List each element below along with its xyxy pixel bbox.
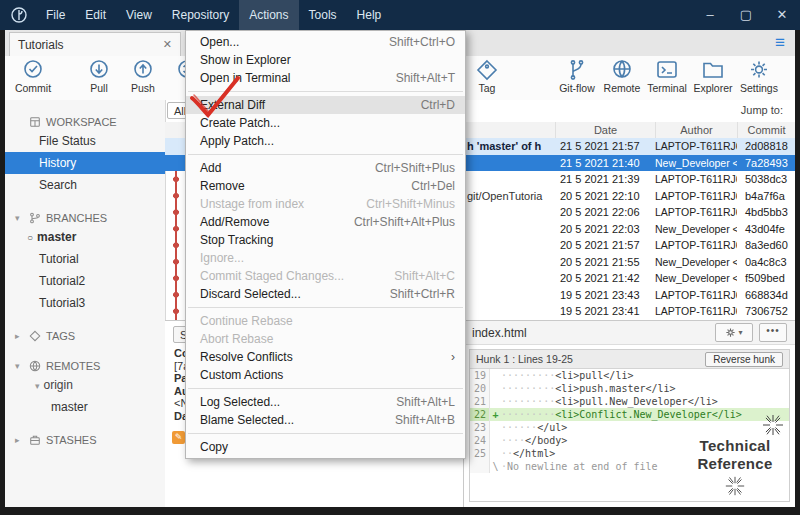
sidebar-item-search[interactable]: Search <box>5 174 165 196</box>
gitflow-icon <box>564 58 590 82</box>
sidebar-section-branches: ▾ BRANCHES ○master Tutorial Tutorial2 Tu… <box>5 210 165 314</box>
workspace-icon <box>29 116 41 128</box>
sidebar-branch-tutorial[interactable]: Tutorial <box>5 248 165 270</box>
caret-down-icon: ▾ <box>15 361 24 371</box>
settings-gear-icon <box>746 58 772 82</box>
branch-icon <box>29 212 41 224</box>
diff-line: 21·········<li>pull.New_Developer</li> <box>470 395 789 408</box>
toolbar-button-settings[interactable]: Settings <box>731 58 787 94</box>
actions-menu: Open...Shift+Ctrl+O Show in Explorer Ope… <box>185 30 466 459</box>
app-logo-icon <box>10 6 28 24</box>
sidebar-section-tags: ▸ TAGS <box>5 328 165 344</box>
remotes-icon <box>29 360 41 372</box>
menu-item-unstage-from-index: Unstage from indexCtrl+Shift+Minus <box>186 195 465 213</box>
menu-item-stop-tracking[interactable]: Stop Tracking <box>186 231 465 249</box>
menu-item-blame-selected[interactable]: Blame Selected...Shift+Alt+B <box>186 411 465 429</box>
remotes-header[interactable]: ▾ REMOTES <box>5 358 165 374</box>
caret-down-icon: ▾ <box>738 328 742 337</box>
window-content: Tutorials ✕ ≡ Commit Pull Push <box>5 30 795 507</box>
caret-down-icon: ▾ <box>35 381 40 391</box>
column-header-commit[interactable]: Commit <box>737 122 795 138</box>
menubar-file[interactable]: File <box>36 0 75 30</box>
menu-item-discard-selected[interactable]: Discard Selected...Shift+Ctrl+R <box>186 285 465 303</box>
column-header-author[interactable]: Author <box>655 122 737 138</box>
menubar-edit[interactable]: Edit <box>75 0 116 30</box>
sidebar-section-stashes: ▸ STASHES <box>5 432 165 448</box>
menu-item-add[interactable]: AddCtrl+Shift+Plus <box>186 159 465 177</box>
menubar-tools[interactable]: Tools <box>299 0 347 30</box>
menu-item-log-selected[interactable]: Log Selected...Shift+Alt+L <box>186 393 465 411</box>
sidebar-section-remotes: ▾ REMOTES ▾origin master <box>5 358 165 418</box>
hunk-title: Hunk 1 : Lines 19-25 <box>476 353 705 365</box>
sidebar-item-file-status[interactable]: File Status <box>5 130 165 152</box>
watermark: Technical Reference <box>683 413 787 497</box>
sidebar-remote-origin-master[interactable]: master <box>5 396 165 418</box>
menu-item-remove[interactable]: RemoveCtrl+Del <box>186 177 465 195</box>
edit-pencil-icon[interactable]: ✎ <box>172 431 185 444</box>
commit-icon <box>20 58 46 82</box>
menu-item-open[interactable]: Open...Shift+Ctrl+O <box>186 33 465 51</box>
menubar-repository[interactable]: Repository <box>162 0 239 30</box>
diff-header: index.html ▾ ••• <box>464 321 795 345</box>
menu-item-apply-patch[interactable]: Apply Patch... <box>186 132 465 150</box>
menubar-help[interactable]: Help <box>347 0 392 30</box>
tags-header[interactable]: ▸ TAGS <box>5 328 165 344</box>
push-icon <box>130 58 156 82</box>
column-header-date[interactable]: Date <box>555 122 655 138</box>
menu-item-create-patch[interactable]: Create Patch... <box>186 114 465 132</box>
gear-icon <box>725 327 736 338</box>
caret-right-icon: ▸ <box>15 435 24 445</box>
sidebar-branch-master[interactable]: ○master <box>5 226 165 248</box>
menu-item-show-in-explorer[interactable]: Show in Explorer <box>186 51 465 69</box>
minimize-button[interactable]: – <box>692 0 728 30</box>
diff-file-name: index.html <box>472 326 715 340</box>
tab-tutorials[interactable]: Tutorials ✕ <box>9 32 181 56</box>
caret-down-icon: ▾ <box>15 213 24 223</box>
workspace-header[interactable]: WORKSPACE <box>5 114 165 130</box>
menu-separator <box>188 91 463 92</box>
titlebar: File Edit View Repository Actions Tools … <box>0 0 800 30</box>
menu-item-external-diff[interactable]: External DiffCtrl+D <box>186 96 465 114</box>
sidebar-branch-tutorial3[interactable]: Tutorial3 <box>5 292 165 314</box>
menu-item-open-in-terminal[interactable]: Open in TerminalShift+Alt+T <box>186 69 465 87</box>
diff-options-button[interactable]: ▾ <box>715 323 753 342</box>
watermark-line2: Reference <box>683 455 787 473</box>
watermark-line1: Technical <box>683 437 787 455</box>
maximize-button[interactable]: ▢ <box>728 0 764 30</box>
remote-icon <box>609 58 635 82</box>
explorer-icon <box>700 58 726 82</box>
reverse-hunk-button[interactable]: Reverse hunk <box>705 352 783 367</box>
tags-icon <box>29 330 41 342</box>
jump-to-label: Jump to: <box>741 104 783 116</box>
terminal-icon <box>654 58 680 82</box>
window-controls: – ▢ ✕ <box>692 0 800 30</box>
menu-item-copy[interactable]: Copy <box>186 438 465 456</box>
diff-line: 20·········<li>push.master</li> <box>470 382 789 395</box>
stashes-icon <box>29 434 41 446</box>
menu-separator <box>188 388 463 389</box>
menubar-view[interactable]: View <box>116 0 162 30</box>
sidebar-item-history[interactable]: History <box>5 152 165 174</box>
stashes-header[interactable]: ▸ STASHES <box>5 432 165 448</box>
menu-item-commit-staged-changes: Commit Staged Changes...Shift+Alt+C <box>186 267 465 285</box>
menu-item-add-remove[interactable]: Add/RemoveCtrl+Shift+Alt+Plus <box>186 213 465 231</box>
menu-item-resolve-conflicts[interactable]: Resolve Conflicts› <box>186 348 465 366</box>
sidebar-section-workspace: WORKSPACE File Status History Search <box>5 114 165 196</box>
branches-header[interactable]: ▾ BRANCHES <box>5 210 165 226</box>
tab-close-icon[interactable]: ✕ <box>163 38 172 51</box>
toolbar-button-commit[interactable]: Commit <box>5 58 61 94</box>
sidebar-branch-tutorial2[interactable]: Tutorial2 <box>5 270 165 292</box>
menu-item-abort-rebase: Abort Rebase <box>186 330 465 348</box>
tab-title: Tutorials <box>18 38 163 52</box>
sidebar-remote-origin[interactable]: ▾origin <box>5 374 165 396</box>
hamburger-menu-icon[interactable]: ≡ <box>775 33 785 53</box>
menu-separator <box>188 307 463 308</box>
menu-item-custom-actions[interactable]: Custom Actions <box>186 366 465 384</box>
burst-icon <box>724 475 746 497</box>
diff-more-button[interactable]: ••• <box>759 323 787 342</box>
close-button[interactable]: ✕ <box>764 0 800 30</box>
burst-icon <box>761 413 785 437</box>
menu-separator <box>188 433 463 434</box>
menubar-actions[interactable]: Actions <box>239 0 298 30</box>
toolbar-button-tag[interactable]: Tag <box>459 58 515 94</box>
